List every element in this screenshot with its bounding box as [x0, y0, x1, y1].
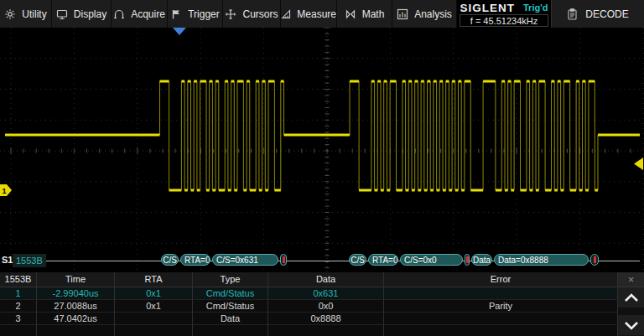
graticule [0, 28, 644, 274]
menu-acquire-label: Acquire [131, 8, 165, 20]
menu-analysis-label: Analysis [414, 8, 452, 20]
menu-trigger[interactable]: Trigger [168, 0, 223, 28]
decode-bubble: C/S=0x631 [212, 254, 278, 266]
col-header-data: Data [268, 272, 384, 287]
cell-type: Cmd/Status [193, 300, 268, 313]
cell-error [384, 287, 618, 300]
decode-bubble: C/S [349, 254, 366, 266]
scroll-down-button[interactable] [618, 315, 644, 335]
decode-bubble: Data=0x8888 [494, 254, 589, 266]
cell-data: 0x0 [268, 300, 384, 313]
ch1-trace [5, 81, 640, 190]
wave-icon [113, 8, 125, 20]
monitor-icon [56, 8, 68, 20]
waveform-display: 1 [0, 28, 644, 274]
brand-logo: SIGLENT [460, 2, 515, 14]
cell-time: 47.0402us [37, 313, 115, 325]
trigger-frequency: f = 45.51234kHz [460, 14, 548, 27]
close-table-button[interactable]: × [618, 272, 644, 287]
decode-result-table: 1553B Time RTA Type Data Error 1 -2.9904… [0, 272, 618, 336]
menu-math[interactable]: Math [337, 0, 392, 28]
channel1-level-label: 1 [3, 187, 7, 195]
scroll-track[interactable] [618, 308, 644, 315]
decode-button[interactable]: DECODE [551, 0, 644, 28]
cell-type: Cmd/Status [193, 287, 268, 300]
oscilloscope-screen: Utility Display Acquire Trigger Cursors … [0, 0, 644, 336]
cell-rta [115, 313, 193, 325]
trigger-status: Trig'd [523, 3, 548, 13]
menu-acquire[interactable]: Acquire [112, 0, 168, 28]
decode-button-label: DECODE [585, 8, 628, 20]
menu-display-label: Display [74, 8, 106, 20]
decode-bubble: RTA=0x [180, 254, 210, 266]
ruler-icon [281, 8, 291, 20]
col-header-bus: 1553B [0, 272, 37, 287]
clipboard-icon [567, 8, 578, 20]
cell-rta: 0x1 [115, 300, 193, 313]
cell-data: 0x8888 [268, 313, 384, 325]
menu-utility[interactable]: Utility [0, 0, 52, 28]
menu-measure[interactable]: Measure [281, 0, 337, 28]
decode-trunc-marker [465, 254, 470, 266]
bowtie-icon [345, 8, 356, 20]
table-header-row: 1553B Time RTA Type Data Error [0, 272, 618, 287]
truncation-dot [283, 256, 285, 263]
cell-index: 3 [0, 313, 37, 325]
truncation-dot [594, 256, 596, 263]
truncation-dot [466, 256, 469, 263]
cell-error: Parity [384, 300, 618, 313]
decode-trunc-marker [590, 254, 599, 266]
cell-time: 27.0088us [37, 300, 115, 313]
col-header-error: Error [384, 272, 618, 287]
decode-bubble: C/S=0x0 [400, 254, 463, 266]
cell-error [384, 313, 618, 325]
cell-index: 1 [0, 287, 37, 300]
chevron-up-icon [624, 293, 639, 302]
menu-display[interactable]: Display [52, 0, 112, 28]
chevron-down-icon [624, 321, 639, 330]
cell-data: 0x631 [268, 287, 384, 300]
menu-analysis[interactable]: Analysis [392, 0, 457, 28]
status-block: SIGLENT Trig'd f = 45.51234kHz [457, 0, 551, 28]
decode-bubble: C/S [161, 254, 179, 266]
menu-trigger-label: Trigger [188, 8, 220, 20]
col-header-type: Type [193, 272, 268, 287]
chart-icon [397, 8, 408, 20]
cell-time: -2.99040us [37, 287, 115, 300]
table-empty-row [0, 325, 618, 336]
flag-icon [170, 8, 182, 20]
menu-measure-label: Measure [297, 8, 336, 20]
scroll-up-button[interactable] [618, 287, 644, 308]
crosshair-icon [225, 8, 236, 20]
decode-bubble: RTA=0x [368, 254, 398, 266]
menu-bar: Utility Display Acquire Trigger Cursors … [0, 0, 644, 28]
col-header-rta: RTA [115, 272, 193, 287]
col-header-time: Time [37, 272, 115, 287]
menu-cursors[interactable]: Cursors [223, 0, 281, 28]
decode-bus-label[interactable]: 1553B [13, 254, 46, 267]
cell-rta: 0x1 [115, 287, 193, 300]
cell-index: 2 [0, 300, 37, 313]
menu-utility-label: Utility [22, 8, 46, 20]
cell-type: Data [193, 313, 268, 325]
menu-cursors-label: Cursors [242, 8, 278, 20]
trigger-position-marker[interactable] [173, 28, 186, 35]
table-row[interactable]: 2 27.0088us 0x1 Cmd/Status 0x0 Parity [0, 300, 618, 313]
table-scroll-column: × [618, 272, 644, 336]
decode-trunc-marker [280, 254, 287, 266]
menu-math-label: Math [362, 8, 385, 20]
decode-bubble: Data [471, 254, 492, 266]
decode-source-label: S1 [2, 255, 13, 265]
table-row[interactable]: 3 47.0402us Data 0x8888 [0, 313, 618, 325]
table-row[interactable]: 1 -2.99040us 0x1 Cmd/Status 0x631 [0, 287, 618, 300]
gear-icon [4, 8, 16, 20]
trigger-level-marker[interactable] [634, 158, 643, 170]
